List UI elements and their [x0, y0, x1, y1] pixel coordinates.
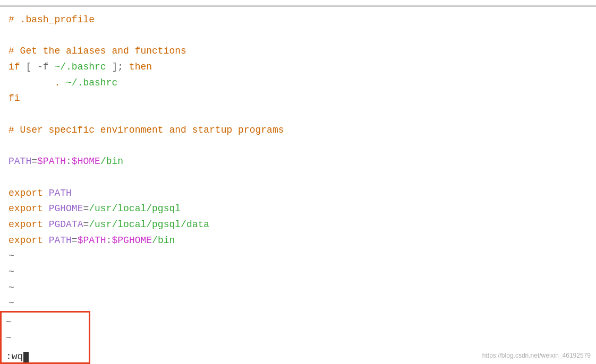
plain-2: ]; — [106, 62, 129, 72]
status-tilde-2: ~ — [6, 331, 84, 346]
line-7: PATH=$PATH:$HOME/bin — [8, 154, 588, 170]
status-box-inner: ~ ~ — [2, 313, 89, 348]
plain-equals-4: = — [72, 235, 78, 246]
indent-1 — [8, 77, 54, 88]
plain-space-4 — [43, 235, 49, 246]
plain-3 — [60, 77, 66, 88]
plain-1: [ -f — [20, 62, 55, 72]
line-9: export PGHOME=/usr/local/pgsql — [8, 201, 588, 217]
pghome-value: /usr/local/pgsql — [89, 203, 181, 214]
keyword-export-4: export — [8, 235, 43, 246]
plain-space-3 — [43, 219, 49, 230]
top-border — [0, 5, 596, 7]
tilde-5: ~ — [8, 311, 588, 327]
line-5: fi — [8, 91, 588, 107]
code-area: # .bash_profile # Get the aliases and fu… — [0, 8, 596, 347]
bashrc-path: ~/.bashrc — [54, 62, 106, 72]
line-1: # .bash_profile — [8, 12, 588, 28]
line-empty-4 — [8, 170, 588, 186]
comment-1: # .bash_profile — [8, 14, 95, 25]
keyword-then: then — [129, 62, 152, 72]
status-box: ~ ~ :wq — [0, 311, 90, 364]
export-path-name: PATH — [49, 188, 72, 198]
status-tilde-1: ~ — [6, 315, 84, 331]
pgdata-value: /usr/local/pgsql/data — [89, 219, 209, 230]
line-3: if [ -f ~/.bashrc ]; then — [8, 59, 588, 75]
line-empty-3 — [8, 138, 588, 154]
tilde-2: ~ — [8, 264, 588, 280]
tilde-1: ~ — [8, 248, 588, 264]
plain-colon-2: : — [106, 235, 112, 246]
editor-container: # .bash_profile # Get the aliases and fu… — [0, 0, 596, 364]
command-text: :wq — [6, 349, 23, 364]
line-empty-2 — [8, 107, 588, 123]
tilde-6: ~ — [8, 327, 588, 343]
tilde-3: ~ — [8, 280, 588, 296]
command-line[interactable]: :wq — [2, 348, 89, 364]
line-11: export PATH=$PATH:$PGHOME/bin — [8, 233, 588, 249]
line-empty-1 — [8, 28, 588, 44]
path2-name: PATH — [49, 235, 72, 246]
line-2: # Get the aliases and functions — [8, 44, 588, 59]
line-8: export PATH — [8, 186, 588, 202]
pghome-ref: $PGHOME — [112, 235, 152, 246]
pgdata-name: PGDATA — [49, 219, 83, 230]
plain-equals-3: = — [83, 219, 89, 230]
plain-equals-2: = — [83, 203, 89, 214]
line-6: # User specific environment and startup … — [8, 123, 588, 138]
watermark: https://blog.csdn.net/weixin_46192579 — [482, 351, 591, 361]
plain-colon-1: : — [66, 156, 72, 167]
bin-path: /bin — [100, 156, 123, 167]
bin-path-2: /bin — [152, 235, 175, 246]
var-home-value: $HOME — [72, 156, 100, 167]
keyword-if: if — [8, 62, 20, 72]
dot: . — [54, 77, 60, 88]
plain-space-1 — [43, 188, 49, 198]
path2-value: $PATH — [78, 235, 106, 246]
var-path: PATH — [8, 156, 31, 167]
pghome-name: PGHOME — [49, 203, 83, 214]
plain-equals-1: = — [31, 156, 37, 167]
cursor — [23, 352, 29, 362]
comment-2: # Get the aliases and functions — [8, 46, 186, 56]
tilde-4: ~ — [8, 296, 588, 311]
bashrc-path-2: ~/.bashrc — [66, 77, 117, 88]
keyword-export-1: export — [8, 188, 43, 198]
var-path-value: $PATH — [37, 156, 66, 167]
keyword-export-2: export — [8, 203, 43, 214]
line-4: . ~/.bashrc — [8, 75, 588, 91]
keyword-fi: fi — [8, 93, 20, 103]
comment-3: # User specific environment and startup … — [8, 125, 284, 135]
keyword-export-3: export — [8, 219, 43, 230]
plain-space-2 — [43, 203, 49, 214]
line-10: export PGDATA=/usr/local/pgsql/data — [8, 217, 588, 233]
